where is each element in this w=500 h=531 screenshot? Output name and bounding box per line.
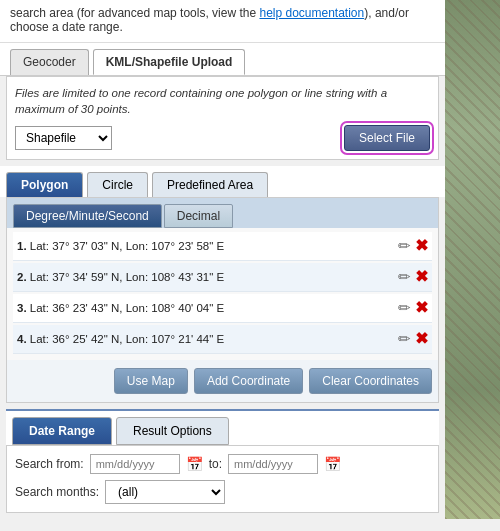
coord-inner-tabs: Degree/Minute/Second Decimal [7, 198, 438, 228]
search-to-input[interactable] [228, 454, 318, 474]
shapefile-select[interactable]: Shapefile [15, 126, 112, 150]
edit-icon-2[interactable]: ✏ [398, 268, 411, 286]
map-texture [445, 0, 500, 519]
result-options-tab[interactable]: Result Options [116, 417, 229, 445]
polygon-tab[interactable]: Polygon [6, 172, 83, 197]
date-from-row: Search from: 📅 to: 📅 [15, 454, 430, 474]
date-range-section: Search from: 📅 to: 📅 Search months: (all… [6, 445, 439, 513]
decimal-tab[interactable]: Decimal [164, 204, 233, 228]
coord-text-3: 3. Lat: 36° 23' 43" N, Lon: 108° 40' 04"… [17, 302, 398, 314]
search-from-label: Search from: [15, 457, 84, 471]
kml-shapefile-tab[interactable]: KML/Shapefile Upload [93, 49, 246, 75]
outer-tabs: Geocoder KML/Shapefile Upload [0, 43, 445, 76]
calendar-from-icon[interactable]: 📅 [186, 456, 203, 472]
coord-text-4: 4. Lat: 36° 25' 42" N, Lon: 107° 21' 44"… [17, 333, 398, 345]
coord-text-2: 2. Lat: 37° 34' 59" N, Lon: 108° 43' 31"… [17, 271, 398, 283]
help-link[interactable]: help documentation [259, 6, 364, 20]
months-row: Search months: (all) [15, 480, 430, 504]
file-note: Files are limited to one record containi… [15, 85, 430, 117]
coord-text-1: 1. Lat: 37° 37' 03" N, Lon: 107° 23' 58"… [17, 240, 398, 252]
delete-icon-2[interactable]: ✖ [415, 269, 428, 285]
bottom-tabs: Date Range Result Options [6, 409, 439, 445]
table-row: 1. Lat: 37° 37' 03" N, Lon: 107° 23' 58"… [13, 232, 432, 261]
intro-text: search area (for advanced map tools, vie… [0, 0, 445, 43]
geocoder-tab[interactable]: Geocoder [10, 49, 89, 75]
table-row: 4. Lat: 36° 25' 42" N, Lon: 107° 21' 44"… [13, 325, 432, 354]
edit-icon-1[interactable]: ✏ [398, 237, 411, 255]
use-map-button[interactable]: Use Map [114, 368, 188, 394]
calendar-to-icon[interactable]: 📅 [324, 456, 341, 472]
edit-icon-4[interactable]: ✏ [398, 330, 411, 348]
select-file-button[interactable]: Select File [344, 125, 430, 151]
edit-icon-3[interactable]: ✏ [398, 299, 411, 317]
map-panel[interactable] [445, 0, 500, 519]
coord-actions: Use Map Add Coordinate Clear Coordinates [7, 360, 438, 402]
coord-rows: 1. Lat: 37° 37' 03" N, Lon: 107° 23' 58"… [7, 228, 438, 360]
search-from-input[interactable] [90, 454, 180, 474]
delete-icon-1[interactable]: ✖ [415, 238, 428, 254]
kml-section: Files are limited to one record containi… [6, 76, 439, 160]
delete-icon-4[interactable]: ✖ [415, 331, 428, 347]
to-label: to: [209, 457, 222, 471]
delete-icon-3[interactable]: ✖ [415, 300, 428, 316]
coord-section: Degree/Minute/Second Decimal 1. Lat: 37°… [6, 197, 439, 403]
circle-tab[interactable]: Circle [87, 172, 148, 197]
dms-tab[interactable]: Degree/Minute/Second [13, 204, 162, 228]
date-range-tab[interactable]: Date Range [12, 417, 112, 445]
search-months-select[interactable]: (all) [105, 480, 225, 504]
add-coordinate-button[interactable]: Add Coordinate [194, 368, 303, 394]
search-months-label: Search months: [15, 485, 99, 499]
predefined-area-tab[interactable]: Predefined Area [152, 172, 268, 197]
table-row: 3. Lat: 36° 23' 43" N, Lon: 108° 40' 04"… [13, 294, 432, 323]
clear-coordinates-button[interactable]: Clear Coordinates [309, 368, 432, 394]
table-row: 2. Lat: 37° 34' 59" N, Lon: 108° 43' 31"… [13, 263, 432, 292]
shapefile-row: Shapefile Select File [15, 125, 430, 151]
polygon-tabs: Polygon Circle Predefined Area [0, 166, 445, 197]
